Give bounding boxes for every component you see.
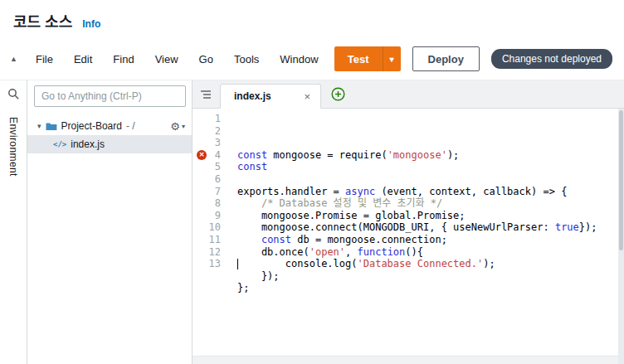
line-number: 3 (193, 137, 221, 149)
goto-anything-input[interactable] (34, 85, 186, 107)
tab-index-js[interactable]: index.js × (220, 84, 321, 109)
horizontal-scrollbar[interactable] (193, 356, 618, 364)
line-number: 7 (193, 186, 221, 198)
editor-tabbar: index.js × (193, 80, 624, 109)
line-number: 5 (193, 161, 221, 173)
menu-edit[interactable]: Edit (74, 53, 92, 66)
code-line[interactable]: mongoose.connect(MONGODB_URI, { useNewUr… (237, 221, 624, 234)
code-line[interactable]: }; (237, 282, 624, 294)
lambda-code-source-panel: 코드 소스 Info ▲ File Edit Find View Go Tool… (0, 0, 624, 364)
environment-tab[interactable]: Environment (7, 117, 19, 177)
page-title: 코드 소스 (13, 10, 72, 32)
info-link[interactable]: Info (82, 18, 100, 30)
line-number: 10 (193, 221, 221, 234)
changes-status-badge: Changes not deployed (491, 49, 612, 69)
menu-file[interactable]: File (36, 53, 53, 66)
left-rail: Environment (0, 80, 27, 364)
line-number: 13 (193, 258, 221, 270)
test-dropdown-caret-icon[interactable]: ▾ (383, 46, 401, 71)
line-number: 9 (193, 210, 221, 222)
code-line[interactable]: console.log('Database Connected.'); (237, 258, 624, 270)
vertical-scrollbar[interactable] (618, 109, 624, 364)
code-line[interactable]: mongoose.Promise = global.Promise; (237, 210, 624, 222)
folder-icon (46, 122, 57, 131)
folder-suffix: - / (126, 120, 135, 132)
menu-window[interactable]: Window (280, 53, 318, 66)
code-line[interactable]: const (237, 161, 624, 173)
test-button-label[interactable]: Test (334, 46, 383, 71)
line-number: 1 (193, 113, 221, 125)
folder-label: Project-Board (61, 120, 122, 132)
menu-view[interactable]: View (155, 53, 178, 66)
close-icon[interactable]: × (304, 90, 310, 103)
editor-toolbar: ▲ File Edit Find View Go Tools Window Te… (0, 38, 624, 80)
menu-find[interactable]: Find (113, 53, 134, 66)
code-line[interactable]: }); (237, 270, 624, 283)
file-list-icon[interactable] (200, 90, 212, 99)
deploy-button[interactable]: Deploy (412, 46, 480, 71)
menu-bar: File Edit Find View Go Tools Window (36, 53, 319, 66)
code-line[interactable]: exports.handler = async (event, context,… (237, 186, 624, 198)
tree-folder-row[interactable]: ▾ Project-Board - / ⚙▾ (27, 117, 192, 135)
code-line[interactable] (237, 173, 624, 186)
file-explorer: ▾ Project-Board - / ⚙▾ </> index.js (27, 80, 193, 364)
chevron-down-icon[interactable]: ▾ (37, 122, 41, 130)
line-number: 12 (193, 246, 221, 259)
line-number: 6 (193, 173, 221, 186)
code-lines[interactable]: const mongoose = require('mongoose');con… (231, 113, 624, 364)
line-number: 11 (193, 234, 221, 246)
search-icon[interactable] (7, 88, 20, 100)
new-tab-icon[interactable] (331, 87, 345, 101)
text-cursor (237, 259, 238, 269)
file-tree: ▾ Project-Board - / ⚙▾ </> index.js (27, 117, 192, 153)
collapse-panel-wrap: ▲ (0, 55, 27, 63)
code-editor: ✕ 12345678910111213 const mongoose = req… (193, 109, 624, 364)
tab-label: index.js (234, 90, 271, 102)
tree-file-index-js[interactable]: </> index.js (27, 135, 192, 153)
menu-tools[interactable]: Tools (234, 53, 259, 66)
menu-go[interactable]: Go (199, 53, 213, 66)
editor-column: index.js × ✕ 12345678910111213 const mon… (193, 80, 624, 364)
code-line[interactable]: const db = mongoose.connection; (237, 234, 624, 246)
code-line[interactable]: const mongoose = require('mongoose'); (237, 149, 624, 162)
line-number: 8 (193, 197, 221, 210)
code-file-icon: </> (53, 140, 66, 148)
settings-gear-icon[interactable]: ⚙▾ (170, 120, 185, 133)
code-line[interactable]: db.once('open', function(){ (237, 246, 624, 259)
page-header: 코드 소스 Info (0, 0, 624, 38)
error-icon[interactable]: ✕ (197, 150, 207, 160)
code-line[interactable] (237, 294, 624, 307)
test-button[interactable]: Test ▾ (334, 46, 401, 71)
collapse-panel-icon[interactable]: ▲ (10, 55, 17, 63)
line-number: 2 (193, 125, 221, 138)
code-line[interactable]: /* Database 설정 및 변수 초기화 */ (237, 197, 624, 210)
gutter: ✕ 12345678910111213 (193, 113, 231, 364)
file-label: index.js (71, 138, 105, 150)
ide-region: Environment ▾ Project-Board - / ⚙▾ </> (0, 80, 624, 364)
vertical-scrollbar-thumb[interactable] (619, 110, 623, 250)
